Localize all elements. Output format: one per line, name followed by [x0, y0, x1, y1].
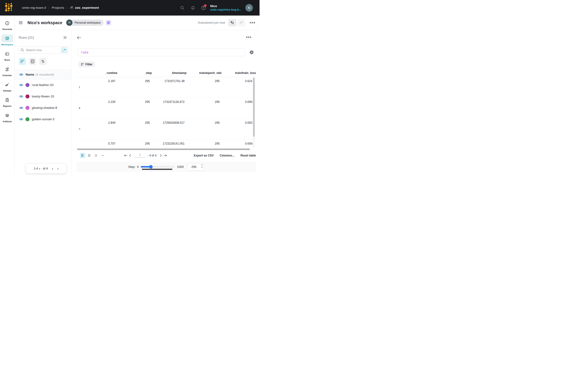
runs-sort-button[interactable]	[39, 58, 47, 65]
spinner-down-icon[interactable]	[201, 167, 203, 168]
query-expression-input[interactable]	[78, 48, 245, 56]
autosave-status: Autosaved just now	[198, 21, 225, 24]
runs-filter-button[interactable]	[19, 58, 26, 65]
step-value-input[interactable]	[188, 165, 200, 169]
column-header-epoch-ndx[interactable]: train/epoch_ndx	[187, 70, 222, 77]
step-slider-handle[interactable]	[149, 165, 153, 169]
table-pagination: - 4 of 4	[124, 153, 167, 158]
runs-list-header[interactable]: Name (4 visualized)	[15, 70, 71, 79]
row-height-medium-button[interactable]	[87, 153, 92, 158]
breadcrumb-separator: ›	[67, 6, 68, 10]
runs-table-icon	[5, 52, 9, 56]
automation-icon	[5, 67, 9, 72]
spinner-up-icon[interactable]	[201, 164, 203, 166]
arrow-left-icon	[77, 36, 81, 40]
run-row-golden-sunset-3[interactable]: golden-sunset-3	[15, 113, 71, 125]
sidebar-item-artifacts[interactable]: Artifacts	[0, 111, 15, 123]
collapse-panel-icon[interactable]	[63, 36, 67, 39]
back-button[interactable]	[77, 35, 82, 40]
runs-page-range-dropdown[interactable]: 1-4▼	[34, 167, 41, 170]
next-page-icon[interactable]	[159, 153, 163, 158]
list-details-icon	[31, 59, 34, 63]
run-row-rural-feather-20[interactable]: rural-feather-20	[15, 79, 71, 91]
next-page-icon[interactable]: ›	[57, 166, 59, 171]
workspace-owner-badge[interactable]: N Personal workspace	[66, 20, 104, 26]
eye-icon	[19, 73, 23, 76]
clipboard-icon	[5, 98, 9, 102]
runs-sidebar-panel: Runs (21) .*	[15, 30, 71, 176]
export-csv-button[interactable]: Export as CSV	[194, 154, 214, 157]
broom-icon	[5, 83, 9, 87]
run-row-toasty-flower-15[interactable]: toasty-flower-15	[15, 91, 71, 102]
gear-icon[interactable]	[249, 50, 254, 55]
step-value-box	[188, 163, 204, 171]
sidebar-item-reports[interactable]: Reports	[0, 96, 15, 107]
column-header-runtime[interactable]: _runtime	[77, 70, 117, 77]
menu-icon[interactable]	[19, 21, 23, 25]
breadcrumb-projects[interactable]: Projects	[52, 6, 64, 10]
row-height-xlarge-button[interactable]	[100, 153, 106, 158]
redo-button[interactable]	[237, 19, 245, 26]
sort-arrows-icon	[41, 60, 45, 63]
breadcrumb-team[interactable]: smle-reg-team-2	[22, 6, 46, 10]
vertical-scrollbar[interactable]	[253, 77, 255, 147]
layers-icon	[5, 113, 9, 118]
breadcrumb: smle-reg-team-2 › Projects › zoo_experim…	[22, 6, 99, 10]
left-sidebar: Overview Workspace Runs Automat.	[0, 16, 15, 176]
horizontal-scrollbar[interactable]	[77, 148, 256, 150]
sidebar-item-automations[interactable]: Automat.	[0, 65, 15, 77]
sidebar-item-sweeps[interactable]: Sweeps	[0, 81, 15, 92]
user-org-link[interactable]: smle-registries-bug-b...	[210, 8, 241, 11]
sidebar-item-overview[interactable]: Overview	[0, 19, 15, 30]
runs-search-input[interactable]	[26, 48, 61, 52]
step-slider[interactable]	[141, 165, 175, 169]
row-height-large-button[interactable]	[94, 153, 99, 158]
help-icon[interactable]	[201, 5, 206, 10]
search-icon	[21, 48, 24, 52]
runs-display-settings-button[interactable]	[29, 58, 36, 65]
horizontal-scrollbar-thumb[interactable]	[77, 149, 250, 150]
row-height-small-button[interactable]	[80, 153, 85, 158]
page-number-input[interactable]	[135, 153, 145, 157]
first-page-icon[interactable]	[124, 153, 128, 158]
table-row[interactable]: 1 2.187 295 1731971761.38 295 0.6241	[77, 77, 256, 98]
table-row[interactable]: 2 2.239 295 1731971130.672 295 0.6958	[77, 98, 256, 119]
undo-button[interactable]	[228, 19, 236, 26]
workspace-header: Nico's workspace N Personal workspace Au…	[15, 16, 260, 30]
breadcrumb-project[interactable]: zoo_experiment	[70, 6, 99, 10]
table-filter-button[interactable]: Filter	[78, 61, 95, 67]
vertical-scrollbar-thumb[interactable]	[253, 78, 255, 137]
more-options-icon[interactable]	[250, 22, 255, 24]
column-header-train-loss[interactable]: train/train_loss	[222, 70, 256, 77]
prev-page-icon[interactable]	[128, 153, 132, 158]
table-footer: - 4 of 4 Export as CSV Columns... Reset …	[77, 152, 256, 159]
step-control-bar: Step: 0 1000	[77, 162, 256, 172]
regex-toggle-button[interactable]: .*	[61, 47, 67, 53]
run-row-glowing-shadow-8[interactable]: glowing-shadow-8	[15, 102, 71, 113]
run-color-dot	[25, 94, 29, 98]
wandb-logo-icon[interactable]	[5, 2, 13, 13]
table-row[interactable]: 5.707 295 1723229141.051 295 0.6566	[77, 140, 256, 148]
runs-data-table: _runtime _step _timestamp train/epoch_nd…	[77, 70, 256, 148]
columns-button[interactable]: Columns...	[220, 154, 234, 157]
table-more-options-icon[interactable]	[246, 36, 251, 38]
last-page-icon[interactable]	[163, 153, 167, 158]
breadcrumb-separator: ›	[48, 6, 49, 10]
panel-layout-button[interactable]	[106, 20, 111, 25]
notifications-bell-icon[interactable]	[190, 5, 195, 10]
column-header-step[interactable]: _step	[117, 70, 152, 77]
panels-icon	[107, 21, 110, 24]
filter-lines-icon	[81, 63, 84, 66]
run-color-dot	[25, 117, 29, 121]
workspace-board-icon	[5, 36, 9, 41]
search-icon[interactable]	[180, 5, 185, 10]
sidebar-item-workspace[interactable]: Workspace	[0, 35, 15, 46]
table-row[interactable]: 3 2.849 295 1725642608.017 295 0.6924	[77, 119, 256, 140]
sidebar-item-runs[interactable]: Runs	[0, 50, 15, 61]
step-min: 0	[137, 165, 139, 169]
avatar[interactable]: N	[245, 4, 253, 12]
reset-table-button[interactable]: Reset table	[241, 154, 256, 157]
column-header-timestamp[interactable]: _timestamp	[152, 70, 187, 77]
prev-page-icon[interactable]: ‹	[52, 166, 53, 171]
step-slider-buffer-bar	[142, 169, 172, 170]
